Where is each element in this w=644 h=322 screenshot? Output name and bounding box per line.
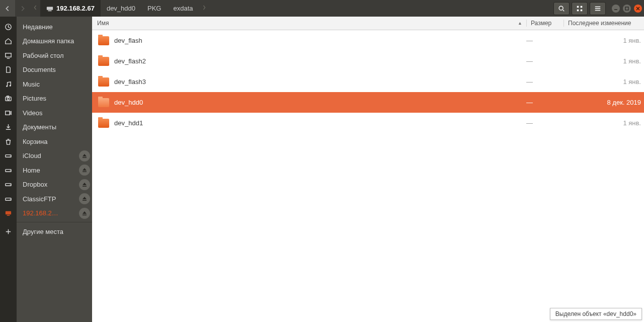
eject-button[interactable]: [79, 165, 90, 176]
search-button[interactable]: [553, 2, 570, 15]
svg-point-10: [6, 86, 8, 87]
sidebar-item[interactable]: 192.168.2…: [17, 206, 92, 221]
eject-button[interactable]: [79, 208, 90, 219]
file-row[interactable]: dev_hdd1—1 янв.: [92, 113, 644, 133]
column-name[interactable]: Имя ▲: [92, 20, 526, 27]
forward-button[interactable]: [15, 0, 30, 17]
file-row[interactable]: dev_flash—1 янв.: [92, 30, 644, 51]
sidebar-icon-trash[interactable]: [0, 134, 17, 149]
view-grid-button[interactable]: [572, 2, 588, 15]
file-name: dev_hdd1: [114, 119, 143, 127]
sidebar-item-label: Корзина: [23, 138, 48, 145]
file-modified-cell: 1 янв.: [564, 37, 644, 44]
hamburger-menu-button[interactable]: [590, 2, 606, 15]
nav-arrows: [0, 0, 30, 17]
sidebar-item-label: Рабочий стол: [23, 52, 64, 59]
file-row[interactable]: dev_hdd0—8 дек. 2019: [92, 92, 644, 113]
sidebar-item-label: Music: [23, 80, 40, 88]
breadcrumb-root[interactable]: 192.168.2.67: [40, 0, 101, 17]
sidebar-item[interactable]: Documents: [17, 63, 92, 77]
sidebar-icon-document[interactable]: [0, 63, 17, 77]
eject-icon: [82, 182, 87, 187]
search-icon: [558, 5, 565, 12]
window-close-button[interactable]: [634, 5, 642, 13]
sidebar-icon-strip: [0, 17, 17, 322]
svg-rect-3: [577, 6, 579, 8]
eject-button[interactable]: [79, 179, 90, 190]
svg-rect-26: [83, 157, 87, 158]
titlebar-right: [553, 0, 644, 17]
sidebar-icon-plus[interactable]: [0, 224, 17, 239]
sidebar-item-label: Документы: [23, 123, 56, 131]
sidebar-item[interactable]: Pictures: [17, 92, 92, 106]
breadcrumb-item-0[interactable]: dev_hdd0: [101, 0, 141, 17]
svg-point-23: [10, 199, 11, 200]
sidebar-icon-drive[interactable]: [0, 163, 17, 178]
sidebar-icon-music[interactable]: [0, 77, 17, 92]
file-name-cell: dev_flash: [92, 36, 526, 45]
network-drive-icon: [46, 5, 53, 12]
eject-icon: [82, 168, 87, 173]
main-pane: Имя ▲ Размер Последнее изменение dev_fla…: [92, 17, 644, 322]
sidebar-icon-drive[interactable]: [0, 149, 17, 164]
column-size[interactable]: Размер: [526, 20, 564, 27]
sidebar-item[interactable]: Home: [17, 163, 92, 178]
file-name-cell: dev_hdd0: [92, 98, 526, 107]
svg-rect-15: [6, 111, 10, 115]
sidebar-item[interactable]: ClassicFTP: [17, 192, 92, 206]
sidebar-item[interactable]: Домашняя папка: [17, 34, 92, 49]
eject-button[interactable]: [79, 150, 90, 162]
sidebar-item[interactable]: Недавние: [17, 20, 92, 34]
sidebar-icon-video[interactable]: [0, 106, 17, 120]
file-modified-cell: 1 янв.: [564, 119, 644, 127]
sidebar-icon-home[interactable]: [0, 34, 17, 49]
sidebar-item[interactable]: Music: [17, 77, 92, 92]
column-modified[interactable]: Последнее изменение: [564, 20, 644, 27]
file-size-cell: —: [526, 99, 564, 106]
maximize-icon: [625, 7, 629, 11]
sidebar-icon-clock[interactable]: [0, 20, 17, 34]
file-list[interactable]: dev_flash—1 янв.dev_flash2—1 янв.dev_fla…: [92, 30, 644, 322]
folder-icon: [98, 119, 109, 128]
sidebar-item[interactable]: Другие места: [17, 224, 92, 239]
grid-icon: [576, 5, 583, 12]
window-maximize-button[interactable]: [623, 5, 631, 13]
file-name-cell: dev_flash2: [92, 57, 526, 66]
sidebar-item[interactable]: Videos: [17, 106, 92, 120]
path-separator-icon: [30, 4, 40, 13]
sidebar-icon-drive[interactable]: [0, 178, 17, 192]
breadcrumb-item-2[interactable]: exdata: [168, 0, 199, 17]
svg-point-17: [10, 155, 11, 156]
sidebar-icon-desktop[interactable]: [0, 48, 17, 63]
sidebar-icon-drive[interactable]: [0, 192, 17, 206]
sidebar-item[interactable]: Документы: [17, 120, 92, 135]
svg-point-21: [10, 184, 11, 185]
back-button[interactable]: [0, 0, 15, 17]
sidebar-icon-network[interactable]: [0, 206, 17, 221]
sidebar-item[interactable]: iCloud: [17, 149, 92, 164]
status-bar: Выделен объект «dev_hdd0»: [550, 308, 642, 320]
chevron-right-icon: [19, 5, 26, 12]
sidebar-icon-camera[interactable]: [0, 92, 17, 106]
file-size-cell: —: [526, 78, 564, 86]
window-controls: [612, 5, 642, 13]
breadcrumb-ip: 192.168.2.67: [56, 5, 95, 12]
svg-rect-9: [6, 53, 11, 57]
window-minimize-button[interactable]: [612, 5, 620, 13]
file-name-cell: dev_flash3: [92, 77, 526, 87]
sidebar-item-label: 192.168.2…: [23, 209, 58, 217]
sidebar-icon-download[interactable]: [0, 120, 17, 135]
sidebar-item[interactable]: Рабочий стол: [17, 48, 92, 63]
file-name: dev_flash3: [114, 78, 146, 86]
breadcrumb-item-1[interactable]: PKG: [141, 0, 167, 17]
sidebar-item[interactable]: Dropbox: [17, 178, 92, 192]
svg-rect-1: [48, 10, 52, 11]
sidebar-item-label: Другие места: [23, 228, 63, 235]
eject-button[interactable]: [79, 193, 90, 204]
folder-icon: [98, 98, 109, 107]
file-row[interactable]: dev_flash2—1 янв.: [92, 51, 644, 71]
eject-icon: [82, 153, 87, 158]
sidebar-item[interactable]: Корзина: [17, 134, 92, 149]
file-row[interactable]: dev_flash3—1 янв.: [92, 71, 644, 92]
sidebar: НедавниеДомашняя папкаРабочий столDocume…: [17, 17, 92, 322]
